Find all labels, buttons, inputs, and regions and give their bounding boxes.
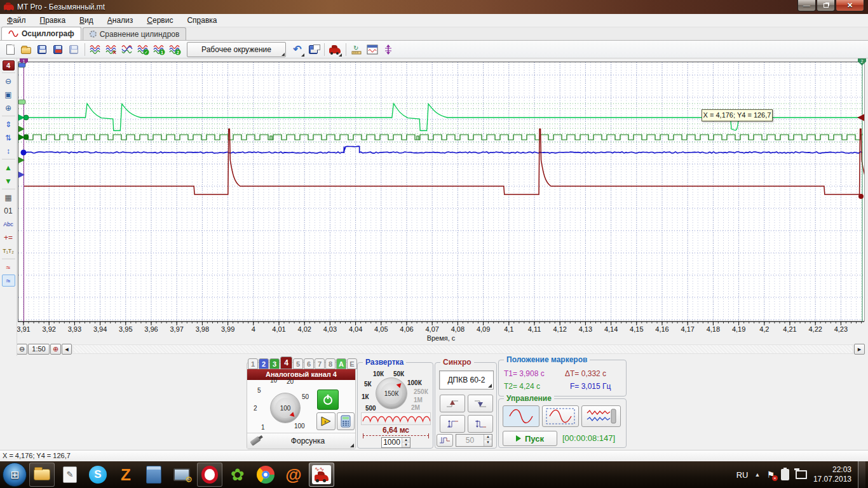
sync-level-spinner[interactable]: 50 ▲▼ — [456, 434, 492, 447]
waveforms-button[interactable] — [88, 42, 103, 57]
waveform-plot[interactable]: 12 — [0, 58, 868, 342]
sync-rising-edge-button[interactable] — [440, 395, 465, 412]
scroll-right-button[interactable]: ▸ — [854, 344, 865, 355]
menu-Сервис[interactable]: Сервис — [140, 15, 180, 26]
action-center-icon[interactable]: ⚑ — [766, 470, 775, 480]
save-button[interactable] — [34, 42, 50, 57]
channel-tab-7[interactable]: 7 — [315, 358, 325, 369]
gain-knob[interactable]: 100 — [270, 393, 301, 423]
start-button-windows[interactable]: ⊞ — [3, 463, 27, 487]
taskbar-devices[interactable] — [169, 463, 194, 487]
new-file-button[interactable] — [3, 42, 18, 57]
minimize-button[interactable]: — — [797, 0, 816, 11]
zoom-in-button[interactable]: ⊕ — [2, 102, 15, 114]
open-file-button[interactable] — [18, 42, 34, 57]
menu-Правка[interactable]: Правка — [33, 15, 73, 26]
channel-tab-2[interactable]: 2 — [259, 358, 269, 369]
scrollbar-track[interactable] — [72, 344, 853, 354]
workspace-dropdown-button[interactable]: Рабочее окружение — [187, 42, 286, 57]
sync-falling-edge-button[interactable] — [468, 395, 493, 412]
menu-Анализ[interactable]: Анализ — [100, 15, 140, 26]
taskbar-chrome[interactable] — [253, 463, 278, 487]
close-button[interactable]: ✕ — [836, 0, 864, 11]
labels-button[interactable]: Abc — [2, 218, 15, 230]
taskbar-mailru[interactable]: @ — [281, 463, 306, 487]
language-indicator[interactable]: RU — [736, 470, 749, 480]
taskbar-icq[interactable]: ✿ — [225, 463, 250, 487]
channel-tab-4[interactable]: 4 — [280, 356, 292, 369]
taskbar-explorer[interactable] — [29, 463, 55, 487]
single-sweep-mode-button[interactable] — [503, 405, 539, 427]
tray-expand-icon[interactable]: ▲ — [754, 471, 760, 478]
vehicle-button[interactable] — [327, 42, 342, 57]
battery-icon[interactable] — [781, 469, 789, 480]
sync-level-rise-button[interactable] — [440, 415, 465, 433]
sync-source-dropdown[interactable]: ДПКВ 60-2 — [439, 370, 494, 390]
shift-traces-button[interactable]: ↕ — [2, 145, 15, 157]
frame-sweep-mode-button[interactable] — [542, 405, 579, 427]
restore-button[interactable] — [817, 0, 835, 11]
channel-tab-A[interactable]: A — [336, 358, 346, 369]
menu-Вид[interactable]: Вид — [72, 15, 100, 26]
recorder-mode-button[interactable] — [581, 405, 621, 427]
zoom-out-button[interactable]: ⊖ — [2, 75, 15, 87]
taskbar-mtpro[interactable]: ∿∿ — [309, 463, 334, 487]
save-session-button[interactable] — [306, 42, 321, 57]
generator-button[interactable]: x — [316, 412, 336, 430]
spin-up-icon[interactable]: ▲ — [402, 438, 410, 443]
hzoom-out-button[interactable]: ⊖ — [17, 344, 27, 355]
waveform-slot2-button[interactable]: 2 — [167, 42, 182, 57]
blue-waveform-button[interactable]: ≈ — [2, 274, 15, 287]
channel-tab-3[interactable]: 3 — [269, 358, 280, 369]
show-desktop-button[interactable] — [858, 461, 865, 488]
taskbar-opera[interactable] — [197, 463, 222, 487]
taskbar-clock[interactable]: 22:03 17.07.2013 — [813, 465, 851, 484]
expand-traces-button[interactable]: ⇕ — [2, 118, 15, 130]
taskbar-skype[interactable]: S — [85, 463, 111, 487]
save-copy-button[interactable] — [66, 42, 81, 57]
hzoom-in-button[interactable]: ⊕ — [50, 344, 61, 355]
tab-oscilloscope[interactable]: Осциллограф — [1, 27, 81, 40]
red-waveform-button[interactable]: ≈ — [2, 261, 15, 273]
channel-power-button[interactable] — [317, 390, 339, 410]
waveform-slot1-button[interactable]: 1 — [151, 42, 166, 57]
time-markers-button[interactable]: T₁T₂ — [2, 245, 15, 257]
channel-tab-1[interactable]: 1 — [248, 358, 258, 369]
scroll-left-button[interactable]: ◂ — [62, 344, 72, 355]
channel-mode-dropdown[interactable]: Форсунка — [247, 433, 355, 449]
vertical-adjust-button[interactable] — [381, 42, 396, 57]
spin-up-icon[interactable]: ▲ — [484, 435, 492, 440]
menu-Справка[interactable]: Справка — [180, 15, 224, 26]
waveform-window-button[interactable] — [365, 42, 380, 57]
move-trace-down-button[interactable]: ▼ — [2, 175, 15, 187]
samples-spinner[interactable]: 1000 ▲▼ — [381, 437, 410, 448]
taskbar-documents[interactable] — [141, 463, 166, 487]
zoom-window-button[interactable]: ▣ — [2, 88, 15, 100]
logic-levels-button[interactable]: 01 — [2, 205, 15, 217]
menu-Файл[interactable]: Файл — [0, 15, 33, 26]
start-button[interactable]: Пуск — [503, 431, 557, 446]
taskbar-z-app[interactable]: Z — [113, 463, 139, 487]
network-icon[interactable] — [796, 470, 807, 479]
title-bar[interactable]: MT Pro - Безымянный.mt — ✕ — [0, 0, 868, 14]
channel-tab-E[interactable]: E — [347, 358, 357, 369]
sensor-calibration-button[interactable]: ↻ — [349, 42, 364, 57]
compress-traces-button[interactable]: ⇅ — [2, 132, 15, 144]
sweep-knob[interactable]: 150К — [376, 377, 407, 409]
tab-cylinder-comparison[interactable]: Сравнение цилиндров — [83, 27, 187, 40]
waveforms-accept-button[interactable]: ✓ — [135, 42, 151, 57]
move-trace-up-button[interactable]: ▲ — [2, 161, 15, 173]
waveforms-close-button[interactable]: × — [104, 42, 119, 57]
save-as-button[interactable] — [50, 42, 65, 57]
channel-tab-6[interactable]: 6 — [304, 358, 314, 369]
calculator-button[interactable] — [337, 412, 355, 430]
channel-tab-8[interactable]: 8 — [325, 358, 336, 369]
math-channels-button[interactable]: += — [2, 231, 15, 243]
sync-level-fall-button[interactable] — [468, 415, 493, 433]
channel-tab-5[interactable]: 5 — [293, 358, 303, 369]
spin-down-icon[interactable]: ▼ — [484, 440, 492, 446]
sync-level-mini-button[interactable] — [437, 434, 453, 447]
undo-button[interactable]: ↶ — [290, 42, 305, 57]
taskbar-journal[interactable]: ✎ — [57, 463, 83, 487]
spin-down-icon[interactable]: ▼ — [402, 443, 410, 448]
